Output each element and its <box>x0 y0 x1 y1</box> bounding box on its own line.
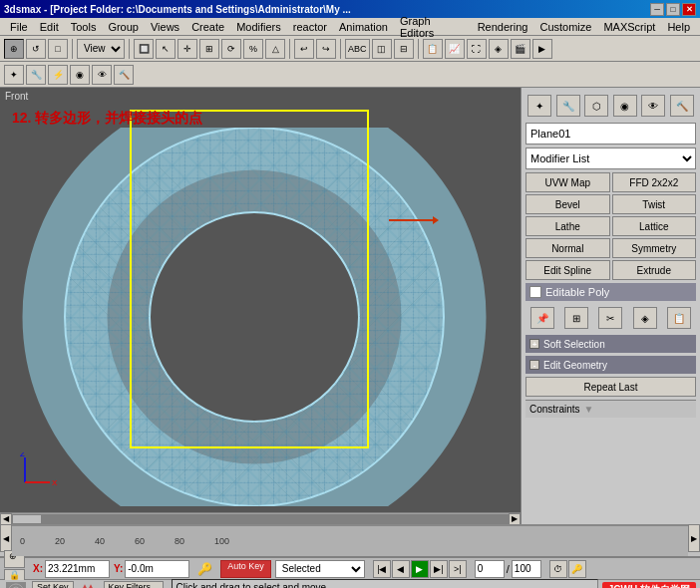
x-coord-field: X: <box>33 560 110 578</box>
stack-configure-icon[interactable]: ⊞ <box>564 307 588 329</box>
extrude-btn[interactable]: Extrude <box>612 260 697 280</box>
stack-cut-icon[interactable]: ◈ <box>633 307 657 329</box>
toolbar-material-editor[interactable]: ◈ <box>489 39 509 59</box>
menu-customize[interactable]: Customize <box>533 20 597 34</box>
horizontal-scrollbar[interactable]: ◀ ▶ <box>0 512 521 524</box>
next-frame-btn[interactable]: ▶| <box>430 560 448 578</box>
toolbar-snap-btn[interactable]: ⊞ <box>199 39 219 59</box>
menu-help[interactable]: Help <box>661 20 696 34</box>
menu-edit[interactable]: Edit <box>34 20 65 34</box>
soft-selection-header[interactable]: + Soft Selection <box>525 335 696 353</box>
menu-graph-editors[interactable]: Graph Editors <box>394 14 472 40</box>
menu-file[interactable]: File <box>4 20 34 34</box>
normal-btn[interactable]: Normal <box>525 238 610 258</box>
menu-animation[interactable]: Animation <box>333 20 394 34</box>
view-select[interactable]: View <box>77 39 125 59</box>
stack-delete-icon[interactable]: ✂ <box>598 307 622 329</box>
repeat-last-btn[interactable]: Repeat Last <box>525 377 696 397</box>
key-mode-btn[interactable]: 🔑 <box>568 560 586 578</box>
symmetry-btn[interactable]: Symmetry <box>612 238 697 258</box>
prev-frame-btn[interactable]: ◀ <box>392 560 410 578</box>
lattice-btn[interactable]: Lattice <box>612 216 697 236</box>
selected-dropdown[interactable]: Selected <box>275 560 365 578</box>
menu-maxscript[interactable]: MAXScript <box>597 20 661 34</box>
menu-rendering[interactable]: Rendering <box>472 20 534 34</box>
toolbar-named-sel[interactable]: ABC <box>345 39 370 59</box>
toolbar-scale-btn[interactable]: □ <box>48 39 68 59</box>
editable-poly-header[interactable]: ✓ Editable Poly <box>525 283 696 301</box>
timeline-right-arrow[interactable]: ▶ <box>688 524 700 552</box>
toolbar-align[interactable]: ⊟ <box>394 39 414 59</box>
menu-views[interactable]: Views <box>145 20 185 34</box>
scroll-right-btn[interactable]: ▶ <box>509 513 521 525</box>
total-frames-input[interactable] <box>512 560 541 578</box>
stack-copy-icon[interactable]: 📋 <box>667 307 691 329</box>
minimize-button[interactable]: ─ <box>650 3 664 16</box>
soft-sel-expand[interactable]: + <box>529 339 539 349</box>
menu-reactor[interactable]: reactor <box>287 20 333 34</box>
auto-key-btn[interactable]: Auto Key <box>220 560 271 578</box>
display-tab[interactable]: 👁 <box>641 95 665 117</box>
menu-tools[interactable]: Tools <box>65 20 103 34</box>
scroll-thumb[interactable] <box>12 514 42 524</box>
edit-spline-btn[interactable]: Edit Spline <box>525 260 610 280</box>
close-button[interactable]: ✕ <box>682 3 696 16</box>
toolbar-select-region[interactable]: 🔲 <box>134 39 154 59</box>
toolbar-rotate-btn[interactable]: ↺ <box>26 39 46 59</box>
utility-tab[interactable]: 🔨 <box>670 95 694 117</box>
toolbar-schematic[interactable]: ⛶ <box>467 39 487 59</box>
toolbar-spinner-snap[interactable]: △ <box>265 39 285 59</box>
play-btn[interactable]: ▶ <box>411 560 429 578</box>
tb2-display[interactable]: 👁 <box>92 65 112 85</box>
stack-pin-icon[interactable]: 📌 <box>530 307 554 329</box>
next-key-btn[interactable]: >| <box>449 560 467 578</box>
tb2-motion[interactable]: ◉ <box>70 65 90 85</box>
toolbar-mirror[interactable]: ◫ <box>372 39 392 59</box>
menu-create[interactable]: Create <box>185 20 230 34</box>
x-value-input[interactable] <box>45 560 110 578</box>
toolbar-select-btn[interactable]: ⊕ <box>4 39 24 59</box>
toolbar-angle-snap[interactable]: ⟳ <box>221 39 241 59</box>
viewport-front[interactable]: Front 12. 转多边形，并焊接接头的点 <box>0 88 521 524</box>
prev-key-btn[interactable]: |◀ <box>373 560 391 578</box>
uvw-map-btn[interactable]: UVW Map <box>525 172 610 192</box>
bevel-btn[interactable]: Bevel <box>525 194 610 214</box>
edit-geo-expand[interactable]: - <box>529 360 539 370</box>
toolbar-undo[interactable]: ↩ <box>294 39 314 59</box>
time-config-btn[interactable]: ⏱ <box>549 560 567 578</box>
tb2-utility[interactable]: 🔨 <box>114 65 134 85</box>
current-frame-input[interactable] <box>475 560 505 578</box>
status-bar: ⊕ 🔒 X: Y: 🔑 Auto Key Selected |◀ ◀ ▶ ▶| … <box>0 556 700 588</box>
set-key-btn[interactable]: Set Key <box>32 581 74 588</box>
modifier-list-select[interactable]: Modifier List <box>525 147 696 169</box>
tb2-create[interactable]: ✦ <box>4 65 24 85</box>
toolbar-move-btn[interactable]: ✛ <box>177 39 197 59</box>
tb2-modify[interactable]: 🔧 <box>26 65 46 85</box>
ffd-btn[interactable]: FFD 2x2x2 <box>612 172 697 192</box>
menu-modifiers[interactable]: Modifiers <box>230 20 287 34</box>
timeline-track-area[interactable]: 0 20 40 60 80 100 <box>12 524 688 556</box>
editable-poly-checkbox[interactable]: ✓ <box>529 286 541 298</box>
scroll-left-btn[interactable]: ◀ <box>0 513 12 525</box>
toolbar-layer-mgr[interactable]: 📋 <box>423 39 443 59</box>
toolbar-render-scene[interactable]: 🎬 <box>511 39 530 59</box>
key-filters-btn[interactable]: Key Filters... <box>104 581 164 588</box>
maximize-button[interactable]: □ <box>666 3 680 16</box>
tb2-hierarchy[interactable]: ⚡ <box>48 65 68 85</box>
toolbar-curve-editor[interactable]: 📈 <box>445 39 465 59</box>
hierarchy-tab[interactable]: ⬡ <box>584 95 608 117</box>
twist-btn[interactable]: Twist <box>612 194 697 214</box>
toolbar-redo[interactable]: ↪ <box>316 39 336 59</box>
motion-tab[interactable]: ◉ <box>613 95 637 117</box>
toolbar-quick-render[interactable]: ▶ <box>532 39 552 59</box>
edit-geometry-header[interactable]: - Edit Geometry <box>525 356 696 374</box>
create-tab[interactable]: ✦ <box>527 95 551 117</box>
toolbar-percent-snap[interactable]: % <box>243 39 263 59</box>
object-name-field[interactable] <box>525 123 696 145</box>
toolbar-window-cross[interactable]: ↖ <box>156 39 175 59</box>
lathe-btn[interactable]: Lathe <box>525 216 610 236</box>
modify-tab[interactable]: 🔧 <box>556 95 580 117</box>
menu-group[interactable]: Group <box>102 20 145 34</box>
timeline-left-arrow[interactable]: ◀ <box>0 524 12 552</box>
y-value-input[interactable] <box>125 560 189 578</box>
